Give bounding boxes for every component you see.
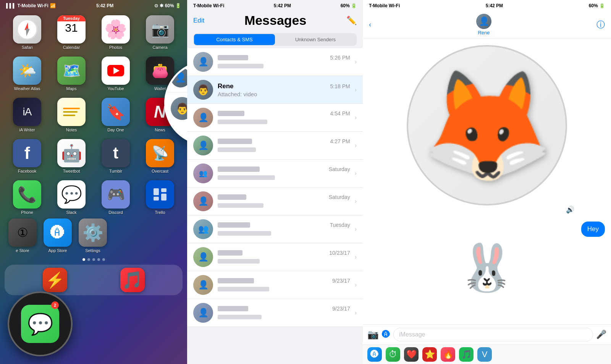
rene-chevron: › <box>355 86 357 93</box>
app-maps[interactable]: 🗺️ Maps <box>53 57 90 91</box>
istore-icon[interactable]: ① <box>8 218 37 247</box>
fox-emoji: 🦊 <box>420 72 554 179</box>
ia-writer-icon[interactable]: iA <box>13 98 41 126</box>
settings-icon[interactable]: ⚙️ <box>79 218 107 247</box>
ia-writer-label: iA Writer <box>19 128 35 132</box>
chat-header: ‹ 👤 Rene ⓘ <box>363 11 611 39</box>
app-settings[interactable]: ⚙️ Settings <box>79 218 107 253</box>
conversation-item-7[interactable]: 👥 Tuesday › <box>187 215 363 243</box>
notes-icon[interactable] <box>57 98 86 126</box>
conversation-item-3[interactable]: 👤 4:54 PM › <box>187 104 363 132</box>
conversation-item-10[interactable]: 👤 9/23/17 › <box>187 299 363 327</box>
phone-icon[interactable]: 📞 <box>13 180 41 209</box>
conversation-item-6[interactable]: 👤 Saturday › <box>187 188 363 215</box>
contact-avatar-10: 👤 <box>193 303 213 323</box>
app-weather-atlas[interactable]: 🌤️ Weather Atlas <box>8 57 46 91</box>
strip-tinder-icon[interactable]: 🔥 <box>441 347 455 362</box>
tweetbot-icon[interactable]: 🤖 <box>57 139 86 167</box>
app-camera[interactable]: 📷 Camera <box>141 15 179 50</box>
page-dot-3[interactable] <box>92 258 95 261</box>
weather-atlas-icon[interactable]: 🌤️ <box>13 57 41 85</box>
music-icon[interactable]: 🎵 <box>120 268 145 292</box>
app-tweetbot[interactable]: 🤖 Tweetbot <box>53 139 90 173</box>
camera-icon[interactable]: 📷 <box>146 15 174 44</box>
app-store-input-button[interactable]: 🅐 <box>382 330 390 340</box>
conversation-item[interactable]: 👤 5:26 PM › <box>187 48 363 76</box>
time-5: Saturday <box>329 166 350 172</box>
chat-contact-name[interactable]: Rene <box>478 30 490 36</box>
page-dot-2[interactable] <box>87 258 90 261</box>
msg-battery: 60% 🔋 <box>341 3 357 8</box>
strip-spotify-icon[interactable]: 🎵 <box>459 347 474 362</box>
microphone-button[interactable]: 🎤 <box>596 330 606 340</box>
app-trello[interactable]: Trello <box>141 180 179 215</box>
app-photos[interactable]: 🌸 Photos <box>97 15 134 50</box>
music-note: 🎵 <box>122 270 143 290</box>
discord-icon[interactable]: 🎮 <box>102 180 130 209</box>
tumblr-icon[interactable]: t <box>102 139 130 167</box>
news-label: News <box>155 128 165 132</box>
app-discord[interactable]: 🎮 Discord <box>97 180 134 215</box>
msg-time: 5:42 PM <box>274 3 291 8</box>
camera-input-button[interactable]: 📷 <box>367 329 379 340</box>
messages-circle[interactable]: 💬 2 <box>8 291 73 356</box>
page-dot-5[interactable] <box>102 258 105 261</box>
spark-icon[interactable]: ⚡ <box>43 268 67 292</box>
strip-timer-icon[interactable]: ⏱ <box>386 347 400 362</box>
app-facebook[interactable]: f Facebook <box>8 139 46 173</box>
calendar-icon[interactable]: Tuesday 31 <box>57 15 86 44</box>
contacts-sms-tab[interactable]: Contacts & SMS <box>194 34 275 45</box>
appstore-icon[interactable]: 🅐 <box>44 218 72 247</box>
contact-avatar-6: 👤 <box>193 191 213 211</box>
strip-heartrate-icon[interactable]: ❤️ <box>404 347 419 362</box>
app-ia-writer[interactable]: iA iA Writer <box>8 98 46 132</box>
slack-icon[interactable]: 💬 <box>57 180 86 209</box>
app-phone[interactable]: 📞 Phone <box>8 180 46 215</box>
contact-info-center: 👤 Rene <box>476 14 491 36</box>
app-appstore[interactable]: 🅐 App Store <box>44 218 72 253</box>
app-day-one[interactable]: 🔖 Day One <box>97 98 134 132</box>
conversation-rene[interactable]: 👨 Rene 5:18 PM Attached: video › <box>187 76 363 104</box>
app-youtube[interactable]: YouTube <box>97 57 134 91</box>
app-overcast[interactable]: 📡 Overcast <box>141 139 179 173</box>
strip-venmo-icon[interactable]: V <box>477 347 492 362</box>
youtube-label: YouTube <box>107 86 124 91</box>
unknown-senders-tab[interactable]: Unknown Senders <box>275 34 356 45</box>
edit-button[interactable]: Edit <box>193 17 204 24</box>
strip-yelp-icon[interactable]: ⭐ <box>422 347 437 362</box>
trello-icon[interactable] <box>146 180 174 209</box>
strip-appstore-icon[interactable]: 🅐 <box>367 347 382 362</box>
time-7: Tuesday <box>330 222 350 228</box>
page-dot-1[interactable] <box>82 258 85 261</box>
day-one-bookmark: 🔖 <box>106 103 125 121</box>
photos-icon[interactable]: 🌸 <box>102 15 130 44</box>
compose-button[interactable]: ✏️ <box>346 16 357 26</box>
dock-spark[interactable]: ⚡ <box>43 268 67 292</box>
app-tumblr[interactable]: t Tumblr <box>97 139 134 173</box>
youtube-icon[interactable] <box>102 57 130 85</box>
conversation-item-9[interactable]: 👤 9/23/17 › <box>187 271 363 299</box>
conversation-item-8[interactable]: 👤 10/23/17 › <box>187 243 363 271</box>
safari-icon[interactable] <box>13 15 41 44</box>
dock-music-btn[interactable]: 🎵 <box>120 268 145 292</box>
maps-icon[interactable]: 🗺️ <box>57 57 86 85</box>
wallet-icon[interactable]: 👛 <box>146 57 174 85</box>
app-istore[interactable]: ① e Store <box>8 218 37 253</box>
note-line-3 <box>63 115 75 116</box>
page-dot-4[interactable] <box>97 258 100 261</box>
app-calendar[interactable]: Tuesday 31 Calendar <box>53 15 90 50</box>
app-slack[interactable]: 💬 Slack <box>53 180 90 215</box>
conversation-item-5[interactable]: 👥 Saturday › <box>187 160 363 188</box>
overcast-icon[interactable]: 📡 <box>146 139 174 167</box>
message-input[interactable]: iMessage <box>393 328 593 341</box>
app-notes[interactable]: Notes <box>53 98 90 132</box>
info-button[interactable]: ⓘ <box>596 19 605 31</box>
app-safari[interactable]: Safari <box>8 15 46 50</box>
day-one-icon[interactable]: 🔖 <box>102 98 130 126</box>
contact-avatar: 👤 <box>193 52 213 72</box>
back-button[interactable]: ‹ <box>369 21 371 29</box>
conversation-item-4[interactable]: 👤 4:27 PM › <box>187 132 363 160</box>
chat-battery: 60% 🔋 <box>589 3 605 8</box>
chevron-3: › <box>355 114 357 121</box>
facebook-icon[interactable]: f <box>13 139 41 167</box>
